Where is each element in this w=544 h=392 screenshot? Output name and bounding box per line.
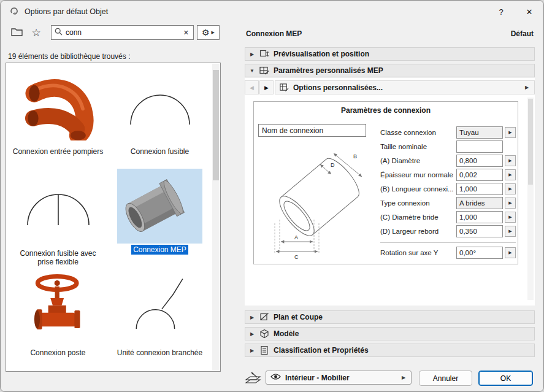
param-value-field[interactable]: 0,350 (456, 225, 503, 237)
param-popup-button[interactable]: ▶ (505, 226, 516, 237)
mep-parameters-icon (259, 66, 269, 75)
chevron-right-icon: ▶ (508, 250, 511, 255)
divider (380, 242, 516, 243)
connection-parameters-groupbox: Paramètres de connexion Nom de connexion (253, 101, 518, 264)
search-settings-button[interactable]: ⚙ ▶ (197, 25, 220, 40)
param-row: (B) Longueur connexi... 1,000 ▶ (380, 183, 516, 196)
help-button[interactable]: ? (487, 1, 515, 23)
chevron-right-icon: ▶ (508, 130, 511, 135)
param-row: Type connexion A brides ▶ (380, 197, 516, 210)
chevron-down-icon: ▼ (249, 68, 255, 74)
param-row: Épaisseur mur normale 0,002 ▶ (380, 169, 516, 182)
chevron-right-icon: ▶ (508, 186, 511, 191)
section-modele[interactable]: ▶ Modèle (245, 327, 535, 340)
param-popup-button[interactable]: ▶ (505, 155, 516, 166)
classification-list-icon (259, 345, 269, 355)
param-popup-button[interactable]: ▶ (505, 127, 516, 138)
connection-name-field[interactable]: Nom de connexion (258, 124, 366, 137)
close-button[interactable]: ✕ (515, 1, 543, 23)
param-label: Type connexion (380, 199, 456, 207)
item-thumbnail-red-elbow (7, 67, 109, 145)
parameters-scrollbar[interactable] (527, 98, 534, 300)
title-bar: Options par défaut Objet (1, 1, 543, 23)
groupbox-title: Paramètres de connexion (254, 106, 518, 115)
param-value-dropdown[interactable]: Tuyau (456, 126, 503, 139)
library-item[interactable]: Connexion poste (7, 268, 109, 357)
chevron-right-icon: ▶ (524, 85, 530, 90)
chevron-right-icon: ▶ (249, 331, 255, 337)
param-label: (A) Diamètre (380, 157, 456, 164)
param-label: Taille nominale (380, 143, 456, 150)
param-value-field[interactable]: 1,000 (456, 211, 503, 223)
clear-search-icon[interactable]: ✕ (182, 29, 190, 37)
next-page-button[interactable]: ▶ (259, 80, 274, 94)
param-row: Classe connexion Tuyau ▶ (380, 126, 516, 139)
scrollbar-thumb[interactable] (213, 70, 219, 180)
section-plan-coupe[interactable]: ▶ Plan et Coupe (245, 310, 535, 324)
object-settings-dialog: Options par défaut Objet ? ✕ ☆ ✕ ⚙ ▶ 19 … (0, 0, 544, 392)
item-thumbnail-gray-pipe (117, 169, 202, 244)
library-item[interactable]: Connexion fusible avec prise flexible (7, 169, 109, 266)
dimension-diagram: A B C D (261, 140, 379, 260)
plan-section-icon (259, 312, 269, 322)
param-label: (D) Largeur rebord (380, 228, 456, 235)
chevron-right-icon: ▶ (508, 229, 511, 234)
param-popup-button[interactable]: ▶ (505, 212, 516, 223)
param-popup-button[interactable]: ▶ (505, 183, 516, 194)
param-value-field[interactable] (456, 140, 503, 153)
favorites-button[interactable]: ☆ (28, 25, 45, 40)
default-label: Défaut (511, 29, 534, 38)
custom-options-label: Options personnalisées... (293, 83, 383, 92)
dim-label-c: C (294, 254, 299, 260)
object-icon (9, 6, 19, 18)
cancel-button[interactable]: Annuler (419, 371, 472, 386)
preview-position-icon (259, 49, 269, 59)
chevron-right-icon: ▶ (400, 375, 407, 380)
param-value-field[interactable]: 1,000 (456, 183, 503, 195)
gear-icon: ⚙ (202, 28, 210, 37)
chevron-right-icon: ▶ (508, 201, 511, 206)
param-label: Classe connexion (380, 129, 456, 136)
section-label: Prévisualisation et position (274, 50, 369, 58)
param-value-field[interactable]: 0,002 (456, 169, 503, 181)
layers-icon (244, 371, 262, 386)
param-popup-button[interactable]: ▶ (505, 169, 516, 180)
layer-settings-button[interactable] (243, 371, 263, 386)
folder-view-button[interactable] (8, 25, 25, 40)
folder-icon (11, 27, 23, 38)
search-input[interactable] (66, 28, 179, 37)
section-classification[interactable]: ▶ Classification et Propriétés (245, 344, 535, 357)
item-thumbnail-red-valve (7, 268, 109, 347)
param-popup-button[interactable]: ▶ (505, 247, 516, 258)
star-icon: ☆ (31, 26, 40, 39)
library-item[interactable]: Unité connexion branchée (109, 268, 210, 357)
previous-page-button[interactable]: ◀ (245, 80, 259, 94)
library-item[interactable]: Connexion entrée pompiers (7, 67, 109, 156)
item-label: Connexion poste (30, 348, 85, 357)
ok-button[interactable]: OK (478, 371, 533, 386)
param-row: (D) Largeur rebord 0,350 ▶ (380, 225, 516, 238)
param-value-field[interactable]: 0,800 (456, 155, 503, 167)
section-label: Modèle (274, 329, 299, 338)
model-cube-icon (259, 329, 269, 339)
section-preview[interactable]: ▶ Prévisualisation et position (245, 47, 535, 61)
selected-object-title: Connexion MEP (246, 29, 302, 38)
chevron-right-icon: ▶ (508, 172, 511, 177)
eye-icon (270, 373, 281, 382)
param-value-dropdown[interactable]: A brides (456, 197, 503, 209)
section-mep-params[interactable]: ▼ Paramètres personnalisés MEP (245, 64, 535, 77)
scrollbar-thumb[interactable] (528, 99, 533, 185)
rotation-value-field[interactable]: 0,00° (456, 247, 503, 259)
custom-options-button[interactable]: Options personnalisées... ▶ (275, 80, 535, 94)
dim-label-b: B (353, 153, 357, 159)
param-popup-button[interactable]: ▶ (505, 198, 516, 209)
library-item[interactable]: Connexion fusible (109, 67, 210, 156)
chevron-right-icon: ▶ (249, 315, 255, 320)
layer-selector[interactable]: Intérieur - Mobilier ▶ (266, 371, 412, 385)
custom-options-icon (280, 83, 289, 92)
library-scrollbar[interactable] (212, 64, 220, 371)
chevron-right-icon: ▶ (264, 85, 269, 91)
chevron-right-icon: ▶ (212, 30, 215, 35)
library-item-selected[interactable]: Connexion MEP (109, 166, 210, 254)
param-label: (B) Longueur connexi... (380, 185, 456, 193)
